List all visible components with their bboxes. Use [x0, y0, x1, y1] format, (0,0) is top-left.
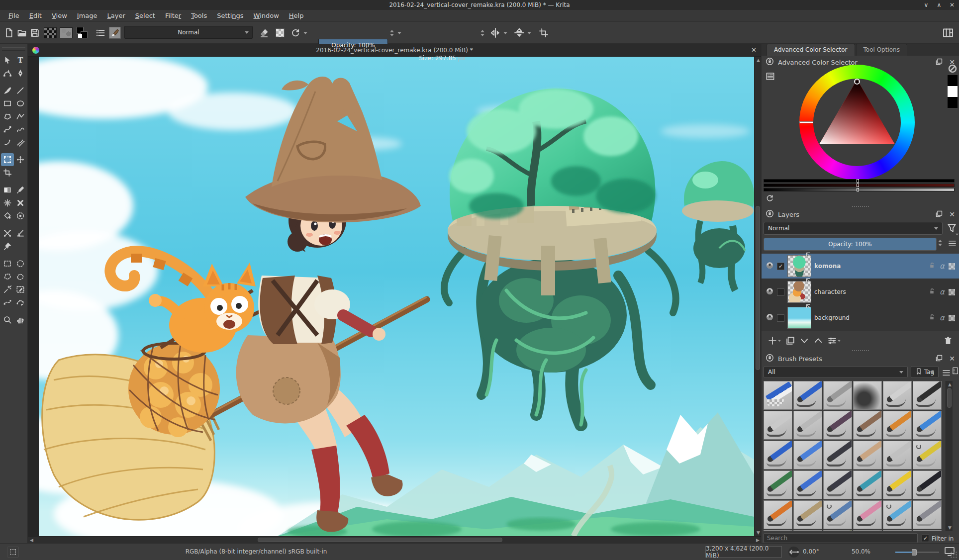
brush-preset-14[interactable] [793, 441, 822, 469]
brush-preset-15[interactable] [823, 441, 852, 469]
scroll-up-icon[interactable]: ▲ [757, 57, 760, 64]
layer-properties-button[interactable] [827, 336, 841, 346]
float-docker-icon[interactable] [935, 58, 943, 67]
pattern-chooser[interactable] [60, 26, 73, 40]
swatch-black[interactable] [948, 75, 958, 86]
brush-preset-20[interactable] [793, 470, 822, 499]
mirror-horizontal-icon[interactable] [488, 26, 502, 40]
blending-mode-combo[interactable]: Normal [124, 26, 253, 39]
tool-pan[interactable] [14, 313, 27, 326]
brush-preset-13[interactable] [764, 441, 792, 469]
layer-alpha-lock-icon[interactable] [949, 263, 955, 270]
open-icon[interactable] [16, 26, 28, 40]
brush-preset-19[interactable] [764, 470, 792, 499]
menu-help[interactable]: Help [285, 10, 308, 21]
layer-visibility-icon[interactable] [766, 261, 774, 271]
image-dimensions[interactable]: 3,200 x 4,624 (200.0 MiB) [705, 546, 782, 558]
tool-line[interactable] [14, 84, 27, 97]
document-tab[interactable]: 2016-02-24_vertical-cover_remake.kra (20… [28, 44, 761, 57]
canvas-rotation-dial[interactable] [788, 546, 800, 558]
fg-bg-colors[interactable] [76, 26, 91, 40]
brush-preset-32[interactable] [793, 530, 822, 531]
resize-grip[interactable] [950, 551, 958, 559]
brush-preset-35[interactable] [883, 530, 912, 531]
tool-colorize-mask[interactable] [14, 209, 27, 222]
duplicate-layer-button[interactable] [785, 336, 795, 346]
tool-bezier-curve[interactable] [1, 123, 14, 136]
tool-calligraphy[interactable] [14, 67, 27, 80]
save-icon[interactable] [29, 26, 41, 40]
hue-ring-marker[interactable] [799, 121, 813, 123]
brush-preset-16[interactable] [853, 441, 882, 469]
float-docker-icon[interactable] [935, 354, 943, 364]
layer-thumbnail[interactable] [787, 255, 811, 277]
layer-row-characters[interactable]: charactersα [762, 280, 959, 304]
tool-assistants[interactable] [1, 227, 14, 240]
tool-freehand-path[interactable] [14, 123, 27, 136]
shade-strip-2[interactable] [764, 184, 955, 187]
canvas-vscrollbar[interactable]: ▲ ▼ [754, 57, 761, 536]
tool-multibrush[interactable] [14, 136, 27, 149]
brush-preset-36[interactable] [913, 530, 942, 531]
menu-layer[interactable]: Layer [103, 10, 130, 21]
size-spinner[interactable] [479, 26, 485, 40]
menu-settings[interactable]: Settings [212, 10, 248, 21]
tool-move[interactable] [14, 153, 27, 166]
canvas-area[interactable]: ▲ ▼ [28, 57, 761, 536]
layer-visibility-icon[interactable] [766, 313, 774, 323]
brush-preset-33[interactable] [823, 530, 852, 531]
close-docker-icon[interactable]: ✕ [949, 355, 955, 363]
layers-docker-header[interactable]: Layers ✕ [762, 209, 959, 220]
brush-preset-25[interactable] [764, 500, 792, 529]
docker-lock-icon[interactable] [766, 209, 774, 219]
tool-select-color[interactable] [14, 283, 27, 296]
menu-filter[interactable]: Filter [161, 10, 186, 21]
mirror-vertical-icon[interactable] [512, 26, 526, 40]
maximize-button[interactable]: ∧ [935, 1, 943, 9]
brush-preset-8[interactable] [793, 411, 822, 440]
reload-dropdown[interactable] [302, 26, 308, 40]
brush-preset-21[interactable] [823, 470, 852, 499]
brush-menu-icon[interactable] [942, 368, 951, 379]
tool-edit-shapes[interactable] [1, 67, 14, 80]
vscroll-thumb[interactable] [756, 206, 760, 370]
color-settings-icon[interactable] [766, 72, 775, 83]
swatch-white[interactable] [948, 86, 958, 97]
brush-grid-scrollbar[interactable]: ▲ ▼ [946, 381, 953, 531]
tool-crop[interactable] [1, 166, 14, 179]
move-layer-down-button[interactable] [799, 336, 809, 346]
layer-thumbnail[interactable] [787, 281, 811, 303]
layer-lock-icon[interactable] [928, 287, 936, 296]
docker-lock-icon[interactable] [766, 57, 774, 67]
menu-window[interactable]: Window [249, 10, 284, 21]
scroll-left-icon[interactable]: ◀ [30, 537, 33, 544]
brush-preset-28[interactable] [853, 500, 882, 529]
layer-checkbox[interactable]: ✓ [777, 263, 784, 270]
layer-alpha-lock-icon[interactable] [949, 315, 955, 321]
layer-opacity-spinner[interactable] [937, 240, 943, 246]
minimize-button[interactable]: ∨ [922, 1, 930, 9]
brush-docker-header[interactable]: Brush Presets ✕ [762, 353, 959, 364]
preserve-alpha-icon[interactable] [274, 26, 287, 40]
brush-settings-icon[interactable] [95, 26, 106, 40]
wrap-around-icon[interactable] [537, 26, 550, 40]
gradient-chooser[interactable] [44, 26, 57, 40]
tool-select-shapes[interactable] [1, 54, 14, 67]
scroll-right-icon[interactable]: ▶ [756, 537, 760, 544]
layer-alpha-icon[interactable]: α [940, 313, 945, 322]
brush-preset-34[interactable] [853, 530, 882, 531]
tool-dynamic-brush[interactable] [1, 136, 14, 149]
swatch-black-2[interactable] [948, 97, 958, 108]
zoom-slider[interactable] [895, 552, 939, 553]
brush-preset-26[interactable] [793, 500, 822, 529]
docker-lock-icon[interactable] [766, 354, 774, 364]
brush-preset-23[interactable] [883, 470, 912, 499]
close-docker-icon[interactable]: ✕ [949, 210, 955, 218]
tag-button[interactable]: Tag [911, 366, 939, 378]
brush-preset-4[interactable] [853, 381, 882, 410]
layer-visibility-icon[interactable] [766, 287, 774, 297]
brush-preset-11[interactable] [883, 411, 912, 440]
layer-opacity-slider[interactable]: Opacity: 100% [764, 238, 937, 251]
layer-row-komona[interactable]: ✓komonaα [762, 254, 959, 279]
tool-ellipse[interactable] [14, 97, 27, 110]
